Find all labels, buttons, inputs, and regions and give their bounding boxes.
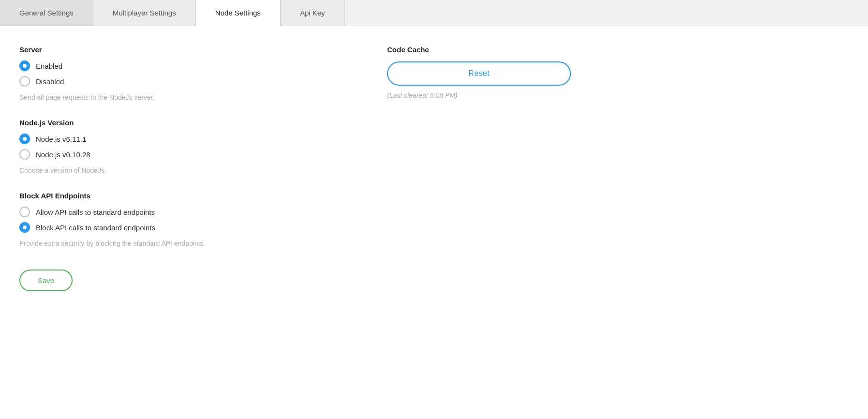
- server-disabled-label: Disabled: [36, 77, 64, 86]
- server-enabled-radio[interactable]: [19, 60, 30, 71]
- block-api-radio[interactable]: [19, 222, 30, 233]
- server-radio-group: Enabled Disabled: [19, 60, 358, 87]
- block-api-hint: Provide extra security by blocking the s…: [19, 239, 358, 247]
- nodejs-v0-label: Node.js v0.10.28: [36, 150, 90, 159]
- tab-node-settings[interactable]: Node Settings: [196, 0, 281, 26]
- block-api-section: Block API Endpoints Allow API calls to s…: [19, 192, 358, 247]
- reset-button[interactable]: Reset: [387, 61, 571, 86]
- nodejs-v0-option[interactable]: Node.js v0.10.28: [19, 149, 358, 160]
- left-column: Server Enabled Disabled Send all page re…: [19, 45, 358, 291]
- block-api-label: Block API calls to standard endpoints: [36, 224, 155, 232]
- tab-api-key[interactable]: Api Key: [281, 0, 345, 26]
- server-section: Server Enabled Disabled Send all page re…: [19, 45, 358, 101]
- server-hint: Send all page requests to the NodeJs ser…: [19, 93, 358, 101]
- block-api-title: Block API Endpoints: [19, 192, 358, 200]
- nodejs-version-title: Node.js Version: [19, 119, 358, 127]
- code-cache-section: Code Cache Reset (Last cleared: 6:08 PM): [387, 45, 590, 99]
- allow-api-radio[interactable]: [19, 207, 30, 217]
- code-cache-title: Code Cache: [387, 45, 590, 54]
- block-api-option[interactable]: Block API calls to standard endpoints: [19, 222, 358, 233]
- last-cleared-text: (Last cleared: 6:08 PM): [387, 91, 590, 99]
- server-disabled-option[interactable]: Disabled: [19, 76, 358, 87]
- nodejs-v6-label: Node.js v6.11.1: [36, 135, 86, 143]
- tab-general-settings[interactable]: General Settings: [0, 0, 93, 26]
- server-enabled-label: Enabled: [36, 62, 62, 70]
- nodejs-version-hint: Choose a version of NodeJs.: [19, 166, 358, 174]
- save-button[interactable]: Save: [19, 269, 73, 291]
- block-api-radio-group: Allow API calls to standard endpoints Bl…: [19, 207, 358, 233]
- server-disabled-radio[interactable]: [19, 76, 30, 87]
- nodejs-v6-radio[interactable]: [19, 134, 30, 144]
- server-title: Server: [19, 45, 358, 54]
- allow-api-label: Allow API calls to standard endpoints: [36, 208, 155, 216]
- nodejs-v0-radio[interactable]: [19, 149, 30, 160]
- right-column: Code Cache Reset (Last cleared: 6:08 PM): [358, 45, 590, 291]
- nodejs-version-section: Node.js Version Node.js v6.11.1 Node.js …: [19, 119, 358, 174]
- tab-multiplayer-settings[interactable]: Multiplayer Settings: [93, 0, 196, 26]
- server-enabled-option[interactable]: Enabled: [19, 60, 358, 71]
- nodejs-v6-option[interactable]: Node.js v6.11.1: [19, 134, 358, 144]
- nodejs-version-radio-group: Node.js v6.11.1 Node.js v0.10.28: [19, 134, 358, 160]
- allow-api-option[interactable]: Allow API calls to standard endpoints: [19, 207, 358, 217]
- main-content: Server Enabled Disabled Send all page re…: [0, 26, 868, 311]
- tabs-container: General Settings Multiplayer Settings No…: [0, 0, 868, 26]
